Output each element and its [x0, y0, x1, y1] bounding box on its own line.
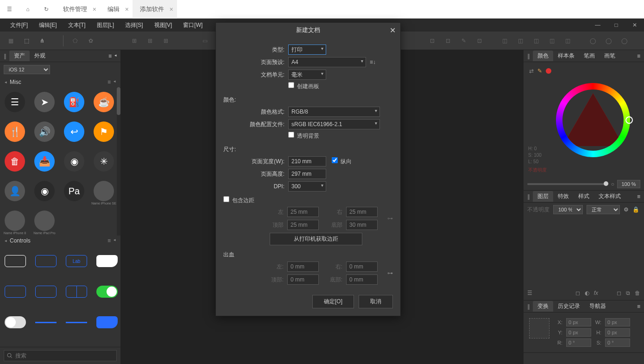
section-controls[interactable]: Controls ≡◂ [0, 236, 120, 246]
ok-button[interactable]: 确定[O] [312, 295, 354, 308]
preset-menu-icon[interactable]: ≡↓ [370, 59, 376, 65]
opacity-input[interactable] [617, 180, 640, 188]
asset-archive[interactable]: 📥 [32, 148, 57, 174]
snap-b[interactable]: ⊡ [441, 34, 455, 48]
menu-edit[interactable]: 编辑[E] [33, 19, 63, 32]
panel-menu-icon[interactable]: ≡ [108, 53, 112, 59]
bool-3[interactable]: ◯ [617, 34, 631, 48]
get-printer-margins-button[interactable]: 从打印机获取边距 [270, 233, 362, 245]
menu-text[interactable]: 文本[T] [63, 19, 91, 32]
link-icon[interactable]: ⊶ [387, 215, 393, 222]
control-slider[interactable] [32, 309, 59, 336]
cancel-button[interactable]: 取消 [359, 295, 393, 308]
grid-c[interactable]: ⊞ [159, 34, 173, 48]
color-format-select[interactable]: RGB/8 [288, 107, 380, 117]
asset-ipad-pro[interactable]: Name iPad Pro [32, 208, 57, 234]
menu-layer[interactable]: 图层[L] [91, 19, 120, 32]
tab-brush[interactable]: 画笔 [600, 51, 620, 61]
transform-s[interactable] [605, 338, 630, 347]
snap-c[interactable]: ✎ [457, 34, 471, 48]
control-calc[interactable]: ▦ [63, 339, 90, 347]
unit-select[interactable]: 毫米 [288, 70, 326, 80]
margin-left-input[interactable] [287, 207, 319, 217]
menu-file[interactable]: 文件[F] [5, 19, 33, 32]
mask-icon[interactable]: ◻ [575, 290, 580, 296]
fx-icon[interactable]: fx [594, 290, 598, 296]
control-camera[interactable]: 📷 [32, 339, 59, 347]
transform-r[interactable] [566, 338, 591, 347]
control-field-2[interactable] [2, 278, 29, 305]
control-field-3[interactable] [32, 278, 59, 305]
tab-text-styles[interactable]: 文本样式 [594, 191, 625, 202]
gear-icon[interactable]: ⚙ [624, 206, 629, 213]
shape-pentagon-icon[interactable]: ⬠ [68, 34, 82, 48]
op-1[interactable]: ◫ [498, 34, 511, 48]
height-input[interactable] [288, 169, 326, 179]
eyedropper-icon[interactable]: ✎ [537, 68, 542, 74]
asset-fingerprint[interactable]: ◉ [61, 148, 87, 174]
tab-assets[interactable]: 资产 [9, 51, 30, 61]
transform-y[interactable] [566, 328, 591, 337]
control-field[interactable] [2, 248, 29, 275]
panel-menu-icon[interactable]: ≡ [637, 193, 640, 200]
snap-d[interactable]: ⊡ [473, 34, 486, 48]
panel-chevron-icon[interactable]: ◂ [114, 53, 117, 59]
control-shape-blue[interactable] [94, 309, 120, 336]
asset-sound[interactable]: 🔊 [32, 119, 57, 145]
asset-avatar[interactable]: 👤 [2, 178, 28, 204]
type-select[interactable]: 打印 [288, 45, 326, 55]
link-icon[interactable]: ⊶ [387, 270, 393, 276]
asset-iphone-8[interactable]: Name iPhone 8 [2, 208, 28, 234]
asset-flag[interactable]: ⚑ [91, 119, 117, 145]
section-misc[interactable]: Misc ≡◂ [0, 77, 120, 87]
preset-select[interactable]: iOS 12 [4, 65, 50, 74]
control-switch-off[interactable] [2, 309, 29, 336]
new-icon[interactable]: ◻ [617, 290, 621, 296]
grid-b[interactable]: ⊞ [143, 34, 157, 48]
width-input[interactable] [288, 156, 326, 166]
section-menu-icon[interactable]: ≡ [107, 237, 111, 244]
scrollbar[interactable] [117, 87, 120, 236]
tab-color[interactable]: 颜色 [533, 51, 553, 61]
tab-swatches[interactable]: 样本条 [553, 51, 579, 61]
control-field-blue[interactable] [32, 248, 59, 275]
search-input[interactable] [4, 350, 117, 361]
asset-fuel[interactable]: ⛽ [61, 89, 87, 115]
bool-1[interactable]: ◯ [586, 34, 600, 48]
browser-tab-0[interactable]: 软件管理× [56, 0, 100, 19]
transform-x[interactable] [566, 318, 591, 326]
control-switch-on[interactable] [94, 278, 120, 305]
dialog-title-bar[interactable]: 新建文档 ✕ [216, 23, 400, 38]
swap-color-icon[interactable]: ⇄ [529, 68, 534, 74]
tab-history[interactable]: 历史记录 [553, 301, 585, 312]
tab-stroke[interactable]: 笔画 [579, 51, 600, 61]
asset-coffee[interactable]: ☕ [91, 89, 117, 115]
browser-tab-1[interactable]: 编辑× [100, 0, 133, 19]
asset-food[interactable]: 🍴 [2, 119, 28, 145]
section-menu-icon[interactable]: ≡ [107, 79, 111, 85]
asset-home-indicator[interactable]: ◉ [32, 178, 57, 204]
close-icon[interactable]: × [170, 6, 173, 13]
tool-a[interactable]: ▦ [4, 34, 18, 48]
close-icon[interactable]: ✕ [625, 19, 644, 32]
lock-icon[interactable]: 🔒 [632, 206, 639, 213]
op-5[interactable]: ◫ [561, 34, 575, 48]
asset-trash[interactable]: 🗑 [2, 148, 28, 174]
asset-list[interactable]: ☰ [2, 89, 28, 115]
op-4[interactable]: ◫ [545, 34, 559, 48]
margin-right-input[interactable] [346, 207, 378, 217]
margin-bottom-input[interactable] [346, 220, 378, 230]
asset-iphone-se[interactable]: Name iPhone SE [91, 178, 117, 204]
browser-tab-2[interactable]: 添加软件× [133, 0, 177, 19]
create-artboard-check[interactable]: 创建画板 [288, 82, 319, 90]
tool-b[interactable]: ⬚ [19, 34, 33, 48]
color-wheel[interactable]: ⇄ ✎ H: 0 S: 100 L: 50 不透明度 [524, 62, 644, 178]
shape-gear-icon[interactable]: ✿ [84, 34, 98, 48]
preset-select[interactable]: A4 [288, 57, 366, 67]
control-shape-white[interactable] [94, 248, 120, 275]
bleed-left-input[interactable] [287, 262, 319, 272]
transparent-bg-check[interactable]: 透明背景 [288, 132, 319, 140]
grid-a[interactable]: ⊞ [127, 34, 141, 48]
adjust-icon[interactable]: ◐ [585, 290, 589, 296]
panel-menu-icon[interactable]: ≡ [637, 303, 640, 310]
